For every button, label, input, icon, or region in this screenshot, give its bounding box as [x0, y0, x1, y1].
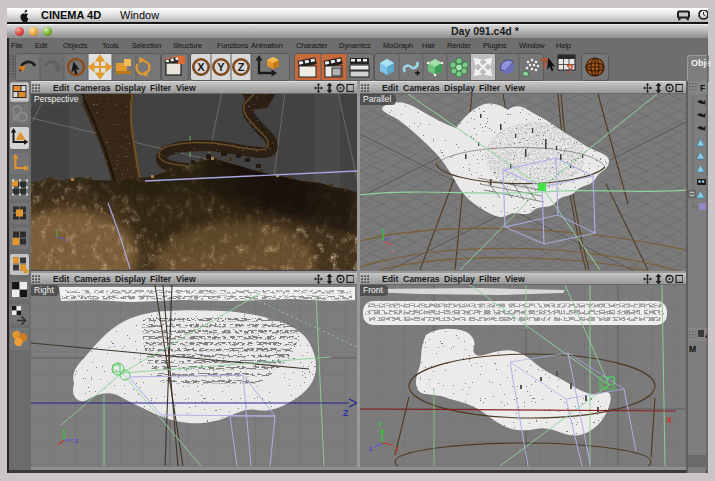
- svg-text:z: z: [393, 234, 396, 240]
- svg-text:X: X: [666, 415, 672, 425]
- svg-text:z: z: [369, 445, 373, 452]
- svg-text:Z: Z: [238, 61, 245, 73]
- svg-text:X: X: [197, 61, 205, 73]
- svg-text:F: F: [700, 83, 705, 93]
- svg-text:z: z: [66, 237, 69, 243]
- svg-text:Y: Y: [378, 421, 383, 428]
- svg-text:x: x: [395, 445, 399, 452]
- svg-text:M: M: [689, 344, 696, 354]
- svg-text:z: z: [75, 437, 79, 444]
- svg-text:x: x: [391, 248, 394, 254]
- svg-text:Y: Y: [217, 61, 225, 73]
- svg-text:?: ?: [566, 61, 574, 76]
- svg-text:Z: Z: [343, 408, 349, 418]
